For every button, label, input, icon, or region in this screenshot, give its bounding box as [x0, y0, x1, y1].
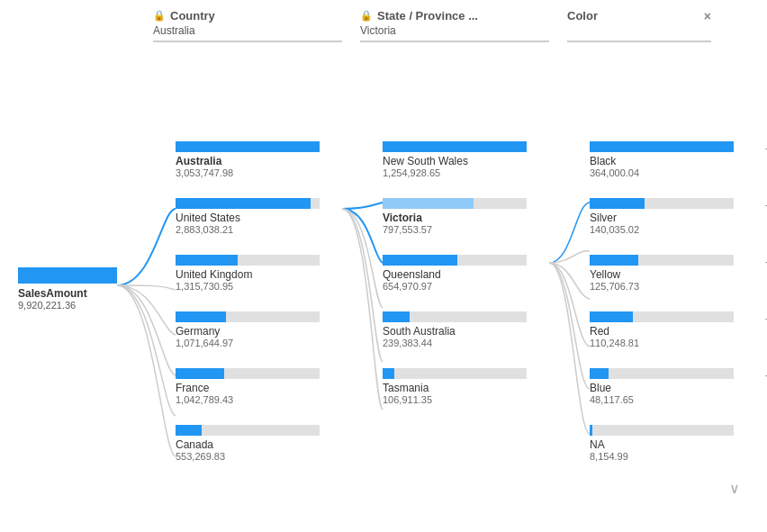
bar-victoria	[383, 198, 527, 209]
color-node-yellow[interactable]: Yellow 125,706.73 +	[590, 255, 756, 292]
color-name-na: NA	[590, 438, 756, 451]
country-amount-us: 2,883,038.21	[176, 224, 342, 235]
color-name-red: Red	[590, 325, 756, 338]
bar-uk	[176, 255, 320, 266]
filter-state: 🔒 State / Province ... Victoria	[360, 9, 549, 42]
bar-fill-queensland	[383, 255, 457, 266]
bar-fill-nsw	[383, 141, 527, 152]
bar-fill-uk	[176, 255, 238, 266]
color-name-yellow: Yellow	[590, 268, 756, 281]
lock-icon-state: 🔒	[360, 10, 373, 22]
bar-black	[590, 141, 734, 152]
color-amount-blue: 48,117.65	[590, 394, 756, 405]
color-amount-red: 110,248.81	[590, 338, 756, 348]
color-node-silver[interactable]: Silver 140,035.02 +	[590, 198, 756, 235]
country-node-france[interactable]: France 1,042,789.43	[176, 368, 342, 405]
bar-yellow	[590, 255, 734, 266]
country-amount-uk: 1,315,730.95	[176, 281, 342, 292]
state-column: New South Wales 1,254,928.65 Victoria 79…	[383, 141, 572, 425]
state-name-tasmania: Tasmania	[383, 382, 572, 394]
country-node-us[interactable]: United States 2,883,038.21	[176, 198, 342, 235]
bar-fill-black	[590, 141, 734, 152]
color-node-red[interactable]: Red 110,248.81 +	[590, 311, 756, 348]
country-name-germany: Germany	[176, 325, 342, 338]
country-name-france: France	[176, 382, 342, 394]
filter-state-value: Victoria	[360, 24, 549, 37]
bar-germany	[176, 311, 320, 322]
color-node-black[interactable]: Black 364,000.04 +	[590, 141, 756, 178]
color-name-blue: Blue	[590, 382, 756, 394]
chevron-down-icon: ∨	[729, 481, 740, 496]
bar-silver	[590, 198, 734, 209]
filter-state-label: 🔒 State / Province ...	[360, 9, 549, 23]
state-node-nsw[interactable]: New South Wales 1,254,928.65	[383, 141, 572, 178]
country-amount-france: 1,042,789.43	[176, 394, 342, 405]
filter-country-value: Australia	[153, 24, 342, 37]
state-amount-sa: 239,383.44	[383, 338, 572, 348]
country-node-uk[interactable]: United Kingdom 1,315,730.95	[176, 255, 342, 292]
state-amount-queensland: 654,970.97	[383, 281, 572, 292]
state-amount-nsw: 1,254,928.65	[383, 167, 572, 178]
country-name-canada: Canada	[176, 438, 342, 451]
color-amount-silver: 140,035.02	[590, 224, 756, 235]
bar-fill-na	[590, 425, 592, 436]
tree-area: SalesAmount 9,920,221.36 Australia 3,053…	[9, 51, 758, 501]
bar-fill-germany	[176, 311, 226, 322]
state-name-sa: South Australia	[383, 325, 572, 338]
country-name-australia: Australia	[176, 155, 342, 167]
color-name-silver: Silver	[590, 212, 756, 224]
scroll-down-indicator[interactable]: ∨	[729, 480, 740, 497]
root-node: SalesAmount 9,920,221.36	[18, 267, 117, 311]
state-node-queensland[interactable]: Queensland 654,970.97	[383, 255, 572, 292]
country-node-canada[interactable]: Canada 553,269.83	[176, 425, 342, 462]
filter-state-title: State / Province ...	[377, 9, 478, 23]
country-amount-canada: 553,269.83	[176, 451, 342, 462]
state-name-nsw: New South Wales	[383, 155, 572, 167]
bar-fill-yellow	[590, 255, 638, 266]
state-node-tasmania[interactable]: Tasmania 106,911.35	[383, 368, 572, 405]
bar-red	[590, 311, 734, 322]
filter-color-close[interactable]: ×	[704, 9, 711, 23]
color-amount-na: 8,154.99	[590, 451, 756, 462]
country-node-australia[interactable]: Australia 3,053,747.98	[176, 141, 342, 178]
color-column: Black 364,000.04 + Silver 140,035.02 + Y…	[590, 141, 756, 482]
bar-blue	[590, 368, 734, 379]
country-node-germany[interactable]: Germany 1,071,644.97	[176, 311, 342, 348]
bar-fill-us	[176, 198, 311, 209]
filter-color: Color ×	[567, 9, 711, 42]
state-node-victoria[interactable]: Victoria 797,553.57	[383, 198, 572, 235]
bar-queensland	[383, 255, 527, 266]
bar-canada	[176, 425, 320, 436]
bar-sa	[383, 311, 527, 322]
color-amount-black: 364,000.04	[590, 167, 756, 178]
state-name-victoria: Victoria	[383, 212, 572, 224]
color-amount-yellow: 125,706.73	[590, 281, 756, 292]
bar-na	[590, 425, 734, 436]
root-bar	[18, 267, 117, 284]
bar-fill-victoria	[383, 198, 474, 209]
country-amount-australia: 3,053,747.98	[176, 167, 342, 178]
bar-nsw	[383, 141, 527, 152]
bar-france	[176, 368, 320, 379]
state-node-sa[interactable]: South Australia 239,383.44	[383, 311, 572, 348]
root-value: 9,920,221.36	[18, 300, 117, 311]
bar-tasmania	[383, 368, 527, 379]
color-node-na[interactable]: NA 8,154.99	[590, 425, 756, 462]
bar-australia	[176, 141, 320, 152]
filters-row: 🔒 Country Australia 🔒 State / Province .…	[9, 9, 758, 42]
bar-fill-france	[176, 368, 224, 379]
bar-us	[176, 198, 320, 209]
bar-fill-blue	[590, 368, 609, 379]
color-name-black: Black	[590, 155, 756, 167]
filter-color-title: Color	[567, 9, 598, 23]
bar-fill-canada	[176, 425, 202, 436]
filter-country: 🔒 Country Australia	[153, 9, 342, 42]
root-label: SalesAmount	[18, 287, 117, 300]
state-name-queensland: Queensland	[383, 268, 572, 281]
bar-fill-australia	[176, 141, 320, 152]
state-amount-tasmania: 106,911.35	[383, 394, 572, 405]
bar-fill-red	[590, 311, 633, 322]
filter-country-title: Country	[170, 9, 215, 23]
color-node-blue[interactable]: Blue 48,117.65 +	[590, 368, 756, 405]
country-amount-germany: 1,071,644.97	[176, 338, 342, 348]
